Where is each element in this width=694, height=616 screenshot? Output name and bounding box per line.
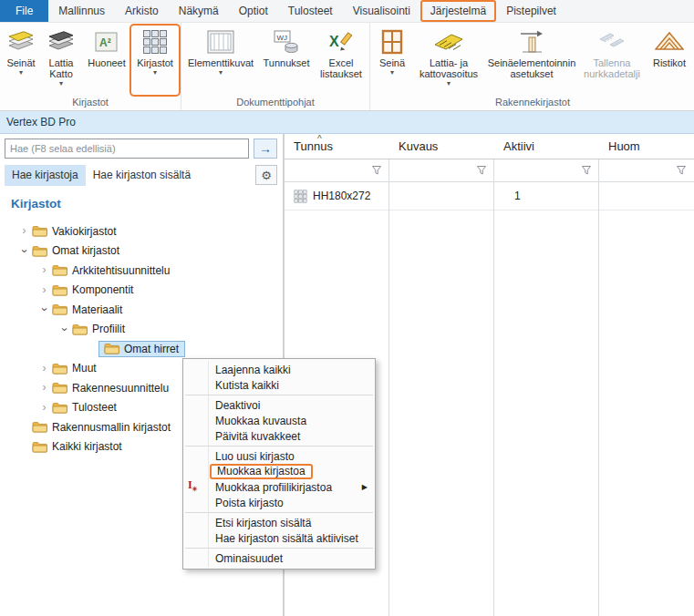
search-mode-tabs: Hae kirjastoja Hae kirjaston sisältä ⚙: [0, 161, 283, 186]
menu-item-poista-kirjasto[interactable]: Poista kirjasto: [183, 495, 375, 510]
column-header-kuvaus[interactable]: Kuvaus: [389, 134, 494, 159]
ribbon-button-huoneet[interactable]: A² Huoneet: [82, 26, 131, 95]
column-header-huom[interactable]: Huom: [599, 134, 694, 159]
menu-item-etsi-kirjaston-sisalta[interactable]: Etsi kirjaston sisältä: [183, 515, 375, 530]
chevron-right-icon[interactable]: ›: [18, 225, 30, 237]
cell-value: HH180x272: [313, 190, 370, 202]
ribbon-button-label: Lattia Katto: [42, 57, 80, 79]
filter-funnel-icon[interactable]: [581, 165, 592, 176]
tab-hae-kirjastoja[interactable]: Hae kirjastoja: [5, 165, 86, 186]
menu-item-muokkaa-kuvausta[interactable]: Muokkaa kuvausta: [183, 413, 375, 428]
column-header-label: Huom: [608, 139, 640, 153]
ribbon-group-kirjastot: Seinät ▾ Lattia Katto ▾: [0, 23, 181, 110]
tree-item-materiaalit[interactable]: › Materiaalit: [7, 300, 283, 320]
ribbon-button-ristikot[interactable]: Ristikot: [646, 26, 693, 95]
chevron-down-icon: ▾: [447, 80, 451, 87]
chevron-down-icon[interactable]: ›: [58, 323, 70, 335]
tab-file[interactable]: File: [0, 0, 48, 22]
tree-heading: Kirjastot: [11, 197, 283, 210]
ribbon-button-elementtikuvat[interactable]: Elementtikuvat ▾: [183, 26, 258, 95]
svg-text:A²: A²: [99, 36, 111, 49]
ribbon-group-label: Kirjastot: [0, 95, 181, 110]
svg-text:WJ: WJ: [277, 34, 288, 42]
gear-icon: ⚙: [261, 169, 272, 182]
tab-nakyma[interactable]: Näkymä: [169, 0, 229, 22]
ribbon-button-seina[interactable]: Seinä ▾: [372, 26, 412, 95]
tab-jarjestelma[interactable]: Järjestelmä: [420, 0, 496, 22]
tree-item-label: Profiilit: [92, 323, 125, 335]
menu-item-luo-uusi-kirjasto[interactable]: Luo uusi kirjasto: [183, 448, 375, 464]
menu-item-hae-kirjaston-sisalta-aktiiviset[interactable]: Hae kirjaston sisältä aktiiviset: [183, 530, 375, 546]
ribbon-button-kirjastot[interactable]: Kirjastot ▾: [131, 26, 179, 95]
chevron-down-icon: ▾: [153, 69, 157, 77]
tab-visualisointi[interactable]: Visualisointi: [343, 0, 420, 22]
menu-item-laajenna-kaikki[interactable]: Laajenna kaikki: [183, 362, 375, 377]
chevron-right-icon[interactable]: ›: [38, 284, 50, 296]
filter-funnel-icon[interactable]: [476, 165, 487, 176]
ribbon-button-tunnukset[interactable]: WJ Tunnukset: [258, 26, 315, 95]
chevron-right-icon[interactable]: ›: [38, 402, 50, 414]
menu-item-muokkaa-kirjastoa[interactable]: Muokkaa kirjastoa: [183, 464, 375, 479]
ribbon: Seinät ▾ Lattia Katto ▾: [0, 23, 694, 111]
panel-title: Vertex BD Pro: [0, 111, 694, 134]
ribbon-group-rakennekirjastot: Seinä ▾ Lattia- ja kattovasoitus: [369, 23, 694, 110]
filter-funnel-icon[interactable]: [371, 165, 382, 176]
chevron-right-icon[interactable]: ›: [38, 382, 50, 394]
settings-button[interactable]: ⚙: [255, 165, 277, 185]
folder-icon: [104, 343, 119, 354]
tree-item-profiilit[interactable]: › Profiilit: [7, 320, 283, 340]
filter-cell-tunnus[interactable]: [285, 159, 389, 181]
tree-item-omat-hirret[interactable]: Omat hirret: [7, 339, 283, 359]
tab-optiot[interactable]: Optiot: [229, 0, 278, 22]
library-grid-icon: [294, 190, 307, 203]
menu-item-ominaisuudet[interactable]: Ominaisuudet: [183, 550, 375, 566]
filter-cell-aktiivi[interactable]: [494, 159, 599, 181]
cell-kuvaus: [389, 182, 494, 210]
ribbon-button-excel-listaukset[interactable]: X Excel listaukset: [315, 26, 368, 95]
chevron-down-icon[interactable]: ›: [18, 245, 30, 257]
menu-item-muokkaa-profiilikirjastoa[interactable]: I✳ Muokkaa profiilikirjastoa ▶: [183, 479, 375, 495]
tree-item-omat-kirjastot[interactable]: › Omat kirjastot: [7, 241, 283, 262]
menu-item-kutista-kaikki[interactable]: Kutista kaikki: [183, 377, 375, 393]
folder-icon: [52, 363, 67, 375]
menu-item-deaktivoi[interactable]: Deaktivoi: [183, 397, 375, 413]
ribbon-button-seinaelementoinnin-asetukset[interactable]: Seinäelementoinnin asetukset: [485, 26, 578, 95]
ribbon-button-seinat[interactable]: Seinät ▾: [2, 26, 40, 95]
menu-item-label: Muokkaa profiilikirjastoa: [215, 481, 332, 494]
tree-item-label: Kaikki kirjastot: [52, 440, 122, 453]
search-input[interactable]: [5, 139, 249, 159]
tree-item-arkkitehtisuunnittelu[interactable]: › Arkkitehtisuunnittelu: [7, 261, 283, 281]
table-row[interactable]: HH180x272 1: [285, 182, 694, 210]
column-header-label: Kuvaus: [399, 139, 438, 153]
sort-ascending-icon[interactable]: ^: [317, 134, 322, 144]
column-header-label: Aktiivi: [503, 139, 534, 153]
tab-hae-kirjaston-sisalta[interactable]: Hae kirjaston sisältä: [86, 165, 198, 186]
tab-arkisto[interactable]: Arkisto: [115, 0, 169, 22]
ribbon-button-lattia-ja-kattovasoitus[interactable]: Lattia- ja kattovasoitus ▾: [412, 26, 485, 95]
menu-item-label: Muokkaa kirjastoa: [217, 465, 306, 477]
cell-tunnus: HH180x272: [285, 182, 389, 210]
filter-cell-huom[interactable]: [599, 159, 694, 181]
search-go-button[interactable]: →: [254, 139, 277, 159]
tab-mallinnus[interactable]: Mallinnus: [48, 0, 115, 22]
filter-cell-kuvaus[interactable]: [389, 159, 494, 181]
ribbon-button-label: Elementtikuvat: [188, 57, 254, 68]
ribbon-group-label: Dokumenttipohjat: [181, 95, 369, 110]
ribbon-tab-bar: File Mallinnus Arkisto Näkymä Optiot Tul…: [0, 0, 694, 23]
chevron-right-icon[interactable]: ›: [38, 264, 50, 276]
tab-pistepilvet[interactable]: Pistepilvet: [496, 0, 566, 22]
ribbon-button-lattia-katto[interactable]: Lattia Katto ▾: [40, 26, 82, 95]
filter-funnel-icon[interactable]: [676, 165, 687, 176]
folder-icon: [32, 441, 47, 453]
chevron-down-icon[interactable]: ›: [38, 303, 50, 315]
chevron-right-icon[interactable]: ›: [38, 363, 50, 375]
tree-item-komponentit[interactable]: › Komponentit: [7, 281, 283, 301]
column-header-tunnus[interactable]: Tunnus ^: [285, 134, 389, 159]
column-header-aktiivi[interactable]: Aktiivi: [494, 134, 599, 159]
library-grid-icon: [142, 28, 168, 56]
menu-item-paivita-kuvakkeet[interactable]: Päivitä kuvakkeet: [183, 428, 375, 444]
tab-tulosteet[interactable]: Tulosteet: [278, 0, 343, 22]
svg-text:X: X: [329, 34, 339, 49]
tree-item-vakiokirjastot[interactable]: › Vakiokirjastot: [7, 221, 283, 241]
ribbon-button-tallenna-nurkkadetalji: Tallenna nurkkadetalji: [578, 26, 646, 95]
